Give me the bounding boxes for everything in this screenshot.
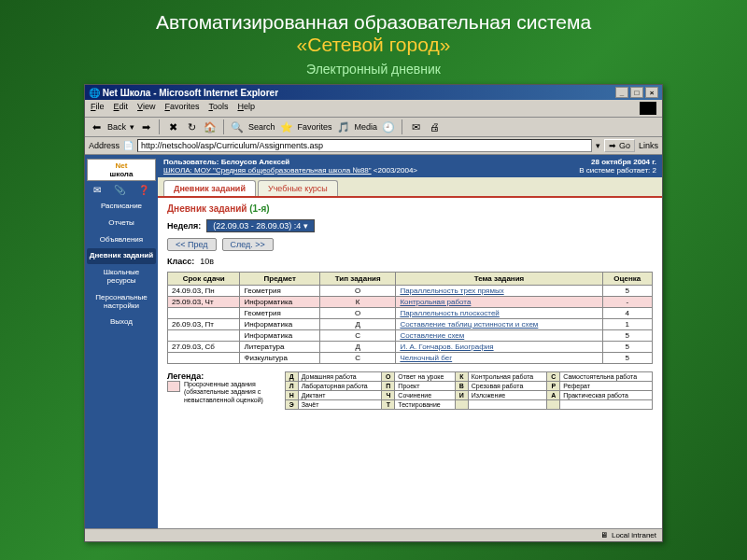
maximize-button[interactable]: □ xyxy=(630,87,643,98)
prev-button[interactable]: << Пред xyxy=(167,238,217,251)
legend-desc: Домашняя работа xyxy=(298,372,382,382)
table-row: ИнформатикаССоставление схем5 xyxy=(168,330,653,342)
assignments-table: Срок сдачиПредметТип заданияТема задания… xyxy=(167,272,653,364)
sidebar-item-schedule[interactable]: Расписание xyxy=(87,199,156,215)
ie-icon: 🌐 xyxy=(89,88,100,98)
table-cell: Информатика xyxy=(240,319,320,330)
legend-code: П xyxy=(382,382,395,391)
back-button[interactable]: Back xyxy=(107,122,126,132)
zone-icon: 🖥 xyxy=(600,531,608,539)
legend-code: И xyxy=(455,391,468,400)
mail-icon[interactable]: ✉ xyxy=(408,119,423,134)
topic-link[interactable]: Контрольная работа xyxy=(400,298,471,306)
history-icon[interactable]: 🕘 xyxy=(381,119,396,134)
week-select[interactable]: (22.09.03 - 28.09.03) :4 ▾ xyxy=(206,219,315,232)
table-cell: Геометрия xyxy=(240,286,320,297)
legend-code: Р xyxy=(547,382,560,391)
home-icon[interactable]: 🏠 xyxy=(203,119,218,134)
menu-tools[interactable]: Tools xyxy=(208,102,228,115)
legend-desc: Практическая работа xyxy=(560,391,653,400)
table-cell xyxy=(168,353,240,364)
tabs: Дневник заданий Учебные курсы xyxy=(158,177,662,198)
current-date: 28 октября 2004 г. xyxy=(591,158,656,166)
user-name: Белоусов Алексей xyxy=(221,158,290,166)
topic-link[interactable]: Параллельность трех прямых xyxy=(400,287,503,295)
legend-codes-table: ДДомашняя работаООтвет на урокеККонтроль… xyxy=(285,371,653,410)
legend-desc: Диктант xyxy=(298,391,382,400)
tab-diary[interactable]: Дневник заданий xyxy=(163,180,256,196)
table-header: Срок сдачи xyxy=(168,273,240,286)
sidebar-item-reports[interactable]: Отчеты xyxy=(87,216,156,231)
overdue-swatch xyxy=(167,381,180,392)
address-label: Address xyxy=(89,141,120,150)
search-icon[interactable]: 🔍 xyxy=(230,119,245,134)
sidebar: Netшкола ✉ 📎 ❓ Расписание Отчеты Объявле… xyxy=(85,155,158,528)
legend-code: Э xyxy=(285,400,298,410)
table-cell: 5 xyxy=(602,353,652,364)
attach-icon[interactable]: 📎 xyxy=(114,185,125,195)
slide-title-accent: «Сетевой город» xyxy=(297,34,451,55)
mail-sidebar-icon[interactable]: ✉ xyxy=(93,185,101,195)
table-cell: 5 xyxy=(602,342,652,353)
help-icon[interactable]: ❓ xyxy=(138,185,149,195)
table-cell: Параллельность трех прямых xyxy=(396,286,602,297)
tab-courses[interactable]: Учебные курсы xyxy=(258,180,338,196)
menu-help[interactable]: Help xyxy=(237,102,255,115)
search-button[interactable]: Search xyxy=(248,122,275,132)
address-input[interactable]: http://netschool/asp/Curriculum/Assignme… xyxy=(137,139,592,152)
next-button[interactable]: След. >> xyxy=(222,238,274,251)
slide-title: Автоматизированная образовательная систе… xyxy=(22,11,725,56)
go-button[interactable]: ➡ Go xyxy=(604,139,635,152)
minimize-button[interactable]: _ xyxy=(615,87,628,98)
school-link[interactable]: ШКОЛА: МОУ "Средняя общеобразовательная … xyxy=(163,166,372,175)
window-title: Net Школа - Microsoft Internet Explorer xyxy=(103,88,278,98)
table-cell: И. А. Гончаров. Биография xyxy=(396,342,602,353)
sidebar-item-diary[interactable]: Дневник заданий xyxy=(87,248,156,264)
table-cell: 4 xyxy=(602,308,652,319)
table-cell xyxy=(168,330,240,342)
topic-link[interactable]: Составление схем xyxy=(400,331,464,340)
table-row: ФизкультураСЧелночный бег5 xyxy=(168,353,653,364)
legend-code: О xyxy=(382,372,395,382)
table-row: ГеометрияОПараллельность плоскостей4 xyxy=(168,308,653,319)
favorites-icon[interactable]: ⭐ xyxy=(279,119,294,134)
school-year: <2003/2004> xyxy=(374,166,417,175)
dropdown-icon[interactable]: ▾ xyxy=(596,141,600,150)
back-icon[interactable]: ⬅ xyxy=(89,119,104,134)
table-cell: Физкультура xyxy=(240,353,320,364)
legend-code: Т xyxy=(382,400,395,410)
table-cell: Информатика xyxy=(240,330,320,342)
media-button[interactable]: Media xyxy=(355,122,378,132)
print-icon[interactable]: 🖨 xyxy=(427,119,442,134)
topic-link[interactable]: Составление таблиц истинности и схем xyxy=(400,320,538,329)
menu-view[interactable]: View xyxy=(137,102,155,115)
menu-file[interactable]: File xyxy=(91,102,105,115)
table-cell: 5 xyxy=(602,286,652,297)
sidebar-item-resources[interactable]: Школьные ресурсы xyxy=(87,265,156,289)
status-bar: 🖥 Local intranet xyxy=(85,528,662,541)
close-button[interactable]: × xyxy=(645,87,658,98)
sidebar-item-settings[interactable]: Персональные настройки xyxy=(87,290,156,315)
page-title: Дневник заданий (1-я) xyxy=(167,203,653,214)
table-cell: 5 xyxy=(602,330,652,342)
menu-favorites[interactable]: Favorites xyxy=(164,102,199,115)
stop-icon[interactable]: ✖ xyxy=(165,119,180,134)
menu-edit[interactable]: Edit xyxy=(114,102,129,115)
topic-link[interactable]: И. А. Гончаров. Биография xyxy=(400,343,493,351)
links-button[interactable]: Links xyxy=(639,141,658,150)
table-cell: С xyxy=(319,330,395,342)
favorites-button[interactable]: Favorites xyxy=(298,122,332,132)
forward-icon[interactable]: ➡ xyxy=(138,119,153,134)
media-icon[interactable]: 🎵 xyxy=(336,119,351,134)
table-cell: 26.09.03, Пт xyxy=(168,319,240,330)
legend-desc xyxy=(560,400,653,410)
sidebar-item-announcements[interactable]: Объявления xyxy=(87,232,156,248)
refresh-icon[interactable]: ↻ xyxy=(184,119,199,134)
topic-link[interactable]: Челночный бег xyxy=(400,354,452,362)
topic-link[interactable]: Параллельность плоскостей xyxy=(400,309,499,317)
legend-desc: Лабораторная работа xyxy=(298,382,382,391)
table-cell: 24.09.03, Пн xyxy=(168,286,240,297)
slide-subtitle: Электронный дневник xyxy=(22,62,725,77)
legend-desc: Проект xyxy=(395,382,455,391)
sidebar-item-exit[interactable]: Выход xyxy=(87,315,156,330)
